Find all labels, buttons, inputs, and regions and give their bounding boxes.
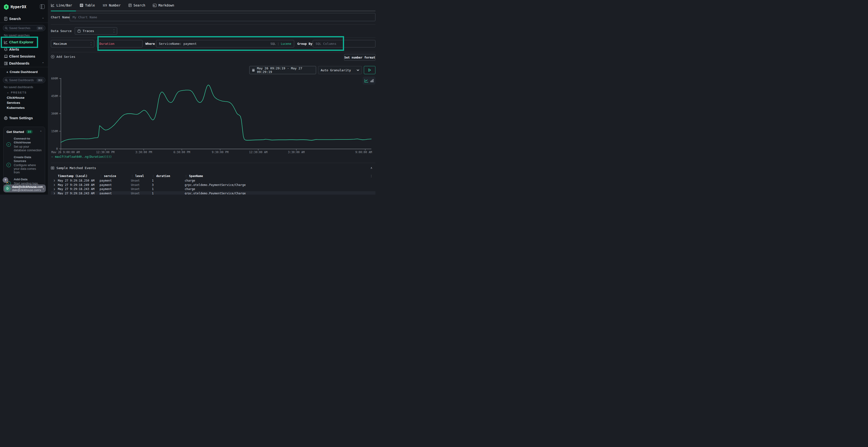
- tab-markdown[interactable]: M↓ Markdown: [153, 3, 174, 7]
- set-number-format-button[interactable]: Set number format: [344, 54, 375, 61]
- chart-name-label: Chart Name: [51, 15, 70, 19]
- chevron-up-icon[interactable]: ⌃: [40, 130, 42, 133]
- group-by-input[interactable]: [313, 40, 375, 47]
- events-table-body: ❯May 27 9:29:18.250 AMpaymentUnset1charg…: [51, 178, 375, 195]
- drag-handle-icon[interactable]: ⋮: [131, 175, 133, 178]
- sidebar-item-chart-explorer[interactable]: Chart Explorer: [0, 39, 48, 45]
- cell-duration: 1: [152, 187, 185, 191]
- where-input[interactable]: ServiceName: payment SQL | Lucene: [156, 40, 294, 47]
- y-axis-tick-label: 0: [56, 147, 58, 150]
- where-label: Where: [145, 42, 155, 45]
- drag-handle-icon[interactable]: ⋮: [185, 175, 187, 178]
- table-row[interactable]: ❯May 27 9:29:18.243 AMpaymentUnset1grpc.…: [51, 191, 375, 195]
- cell-timestamp: May 27 9:29:18.243 AM: [58, 187, 100, 191]
- lucene-toggle-option[interactable]: Lucene: [281, 42, 291, 45]
- sidebar-item-team-settings[interactable]: Team Settings: [0, 115, 48, 121]
- chevron-down-icon: ⌄: [7, 91, 9, 94]
- x-axis-tick-label: 3:30:00 AM: [288, 150, 305, 153]
- get-started-progress-badge: 3/3: [26, 130, 33, 134]
- cell-service: payment: [100, 192, 131, 195]
- cell-level: Unset: [131, 179, 152, 182]
- row-expand-icon[interactable]: ❯: [51, 192, 58, 195]
- sql-toggle-option[interactable]: SQL: [271, 42, 276, 45]
- svg-text:M↓: M↓: [154, 5, 156, 6]
- saved-searches-input[interactable]: ⌘K: [3, 25, 45, 31]
- sidebar: HyperDX Search ⌃ ⌘K No saved searches Ch…: [0, 0, 48, 195]
- data-source-label: Data Source: [51, 29, 72, 33]
- table-list-icon: [51, 166, 54, 170]
- y-axis-tick-label: 450M: [51, 94, 58, 98]
- markdown-icon: M↓: [153, 4, 156, 7]
- tab-number[interactable]: 123 Number: [103, 3, 121, 7]
- cell-spanname: grpc.oteldemo.PaymentService/Charge: [185, 183, 375, 187]
- saved-searches-field[interactable]: [9, 27, 37, 30]
- table-row[interactable]: ❯May 27 9:29:18.250 AMpaymentUnset1charg…: [51, 178, 375, 183]
- x-axis-tick-label: 9:30:00 PM: [212, 150, 228, 153]
- drag-handle-icon[interactable]: ⋮: [152, 175, 155, 178]
- col-service[interactable]: ⋮service: [100, 174, 131, 178]
- divider: [0, 23, 48, 23]
- row-expand-icon[interactable]: ❯: [51, 187, 58, 191]
- run-query-button[interactable]: [364, 66, 375, 74]
- preset-kubernetes[interactable]: Kubernetes: [7, 106, 25, 110]
- get-started-title: Get Started: [6, 130, 24, 134]
- play-icon: [368, 68, 371, 72]
- user-org: dale@clickhouse.com's: [12, 188, 43, 192]
- col-duration[interactable]: ⋮duration: [152, 174, 185, 178]
- y-axis-tick-label: 600M: [51, 77, 58, 80]
- sidebar-item-dashboards[interactable]: Dashboards ⌃: [0, 60, 48, 66]
- cell-level: Unset: [131, 183, 152, 187]
- bell-icon: [4, 47, 8, 51]
- source-box-icon: [78, 29, 81, 33]
- preset-services[interactable]: Services: [7, 101, 20, 105]
- presets-toggle[interactable]: ⌄ PRESETS: [7, 91, 27, 94]
- tab-line-bar[interactable]: Line/Bar: [51, 3, 72, 7]
- preset-clickhouse[interactable]: ClickHouse: [7, 96, 25, 100]
- cell-timestamp: May 27 9:29:18.243 AM: [58, 192, 100, 195]
- get-started-item[interactable]: ✓ Create Data Sources Configure where yo…: [6, 156, 42, 174]
- table-row[interactable]: ❯May 27 9:29:18.243 AMpaymentUnset1charg…: [51, 187, 375, 191]
- panel-collapse-icon[interactable]: ∧: [370, 166, 373, 170]
- cell-duration: 1: [152, 192, 185, 195]
- row-expand-icon[interactable]: ❯: [51, 179, 58, 182]
- granularity-select[interactable]: Auto Granularity: [318, 66, 362, 74]
- tab-table[interactable]: Table: [80, 3, 95, 7]
- tab-underline-track: [51, 10, 375, 11]
- saved-dashboards-input[interactable]: ⌘K: [3, 77, 45, 83]
- tab-search[interactable]: Search: [128, 3, 145, 7]
- cell-timestamp: May 27 9:29:18.250 AM: [58, 179, 100, 182]
- drag-handle-icon[interactable]: ⋮: [100, 175, 102, 178]
- dashboards-icon: [4, 62, 8, 65]
- get-started-item[interactable]: ✓ Connect to ClickHouse Set up your data…: [6, 137, 42, 152]
- timeseries-chart[interactable]: 600M450M300M150M0May 26 9:00:00 AM12:30:…: [48, 76, 373, 154]
- select-updown-icon: ⌃⌄: [113, 30, 115, 33]
- chart-name-input[interactable]: [70, 13, 375, 21]
- table-options-icon[interactable]: ⋮: [370, 174, 373, 178]
- add-series-button[interactable]: Add Series: [51, 55, 75, 59]
- col-level[interactable]: ⋮level: [131, 174, 152, 178]
- create-dashboard-button[interactable]: + Create Dashboard: [0, 69, 48, 75]
- date-range-value: May 26 09:29:19 - May 27 09:29:19: [257, 66, 313, 74]
- cell-level: Unset: [131, 192, 152, 195]
- user-menu[interactable]: D dale@clickhouse.com dale@clickhouse.co…: [3, 184, 46, 193]
- table-row[interactable]: ❯May 27 9:29:18.249 AMpaymentUnset3grpc.…: [51, 183, 375, 187]
- row-expand-icon[interactable]: ❯: [51, 183, 58, 186]
- sidebar-section-search[interactable]: Search ⌃: [0, 16, 48, 22]
- divider: [0, 67, 48, 67]
- data-source-select[interactable]: Traces ⌃⌄: [75, 27, 117, 35]
- cell-service: payment: [100, 183, 131, 187]
- date-range-picker[interactable]: May 26 09:29:19 - May 27 09:29:19: [249, 66, 316, 74]
- legend-swatch: —: [51, 155, 53, 159]
- saved-dashboards-field[interactable]: [9, 78, 37, 82]
- col-timestamp[interactable]: Timestamp (Local): [58, 174, 100, 178]
- col-spanname[interactable]: ⋮SpanName: [185, 174, 374, 178]
- y-axis-tick-label: 300M: [51, 112, 58, 115]
- help-button[interactable]: ?: [3, 177, 8, 183]
- plus-circle-icon: [51, 55, 55, 59]
- sidebar-item-client-sessions[interactable]: Client Sessions: [0, 53, 48, 60]
- sidebar-item-alerts[interactable]: Alerts: [0, 46, 48, 53]
- sidebar-collapse-icon[interactable]: [40, 4, 44, 9]
- aggregation-select[interactable]: Maximum ⌃⌄: [51, 40, 94, 47]
- search-icon: [5, 79, 8, 82]
- field-input[interactable]: Duration: [96, 40, 143, 47]
